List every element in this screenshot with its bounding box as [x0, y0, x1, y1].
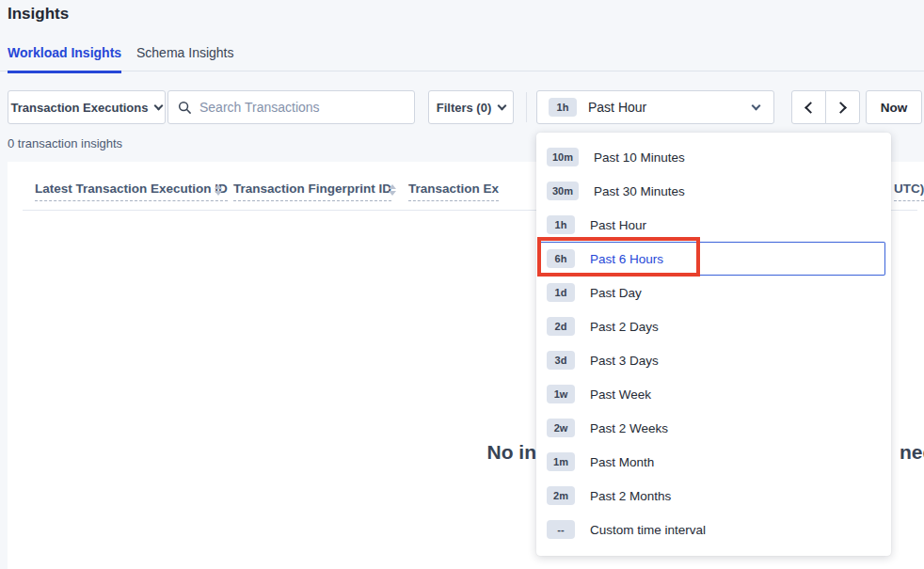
chevron-down-icon [752, 101, 761, 110]
chevron-down-icon [154, 101, 164, 110]
time-option-label: Past Week [590, 387, 651, 402]
time-option-label: Past Month [590, 455, 654, 469]
time-option-label: Past 6 Hours [590, 252, 663, 266]
transaction-type-label: Transaction Executions [11, 101, 149, 115]
time-next-button[interactable] [825, 90, 860, 124]
time-option-badge: 1h [547, 215, 575, 234]
time-range-option[interactable]: 30m Past 30 Minutes [536, 174, 891, 208]
time-option-badge: 1m [547, 452, 575, 471]
time-option-label: Past 2 Months [590, 489, 671, 503]
empty-state-text-left: No in [487, 441, 537, 464]
filters-button[interactable]: Filters (0) [428, 90, 514, 124]
chevron-left-icon [805, 102, 817, 114]
search-box[interactable] [167, 90, 415, 124]
page-title: Insights [8, 5, 69, 24]
time-option-badge: 30m [547, 182, 579, 200]
time-range-option[interactable]: 1d Past Day [536, 276, 891, 309]
filters-label: Filters (0) [437, 101, 492, 115]
time-option-badge: 2w [547, 419, 575, 437]
column-header-latest-transaction-execution-id[interactable]: Latest Transaction Execution ID [35, 182, 228, 201]
time-nav-group [791, 90, 860, 124]
transaction-type-dropdown[interactable]: Transaction Executions [8, 90, 166, 124]
time-option-label: Past Day [590, 286, 642, 300]
time-range-dropdown[interactable]: 1h Past Hour [536, 90, 774, 124]
insights-page: Insights Workload Insights Schema Insigh… [0, 0, 924, 569]
now-button[interactable]: Now [866, 90, 922, 124]
sort-icon[interactable] [389, 184, 396, 196]
time-option-label: Past 2 Days [590, 320, 659, 334]
time-option-badge: -- [547, 520, 575, 539]
time-range-option[interactable]: 6h Past 6 Hours [539, 242, 885, 276]
time-range-option[interactable]: -- Custom time interval [536, 513, 891, 546]
time-option-badge: 3d [547, 351, 575, 370]
time-option-badge: 1d [547, 283, 575, 302]
time-option-label: Past Hour [590, 218, 646, 232]
time-option-badge: 2d [547, 317, 575, 336]
time-range-option[interactable]: 1h Past Hour [536, 208, 891, 242]
time-option-label: Past 3 Days [590, 354, 659, 368]
search-icon [178, 101, 192, 115]
time-option-badge: 6h [547, 249, 575, 268]
search-input[interactable] [199, 100, 405, 115]
time-prev-button[interactable] [791, 90, 826, 124]
sort-icon[interactable] [215, 184, 222, 196]
chevron-down-icon [498, 101, 507, 110]
time-range-option[interactable]: 2w Past 2 Weeks [536, 411, 891, 445]
time-range-option[interactable]: 1m Past Month [536, 445, 891, 479]
time-option-label: Past 2 Weeks [590, 421, 668, 435]
time-option-badge: 1w [547, 385, 575, 403]
time-range-option[interactable]: 2m Past 2 Months [536, 479, 891, 513]
column-header-transaction-fingerprint-id[interactable]: Transaction Fingerprint ID [233, 182, 391, 201]
toolbar-divider [526, 92, 527, 122]
time-option-label: Past 10 Minutes [594, 150, 685, 165]
column-header-utc-fragment: UTC) [894, 182, 924, 201]
time-range-menu: 10m Past 10 Minutes 30m Past 30 Minutes … [536, 133, 891, 556]
time-option-badge: 10m [547, 148, 579, 166]
time-option-label: Past 30 Minutes [594, 184, 685, 198]
time-option-label: Custom time interval [590, 523, 706, 537]
tab-workload-insights[interactable]: Workload Insights [8, 45, 121, 73]
time-option-badge: 2m [547, 486, 575, 505]
empty-state-text-right: ned. [900, 441, 924, 464]
time-range-option[interactable]: 2d Past 2 Days [536, 309, 891, 343]
tab-bar: Workload Insights Schema Insights [0, 41, 924, 71]
time-range-option[interactable]: 10m Past 10 Minutes [536, 140, 891, 174]
chevron-right-icon [835, 102, 847, 114]
time-range-option[interactable]: 1w Past Week [536, 377, 891, 411]
time-range-badge: 1h [549, 98, 577, 117]
tab-schema-insights[interactable]: Schema Insights [136, 45, 234, 60]
column-header-transaction-execution[interactable]: Transaction Ex [408, 182, 499, 201]
time-range-label: Past Hour [588, 100, 646, 115]
time-range-option[interactable]: 3d Past 3 Days [536, 343, 891, 377]
insights-count: 0 transaction insights [8, 136, 122, 150]
